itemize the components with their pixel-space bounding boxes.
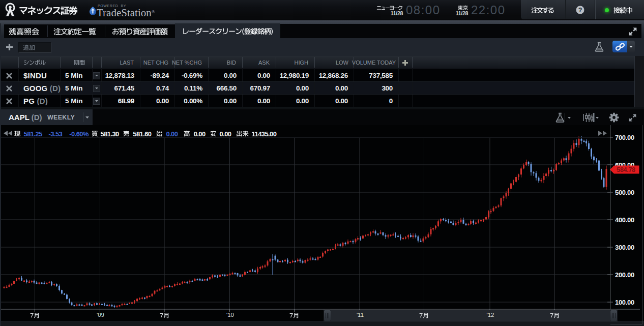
svg-text:?: ? (578, 7, 582, 14)
svg-text:584.78: 584.78 (617, 166, 635, 173)
